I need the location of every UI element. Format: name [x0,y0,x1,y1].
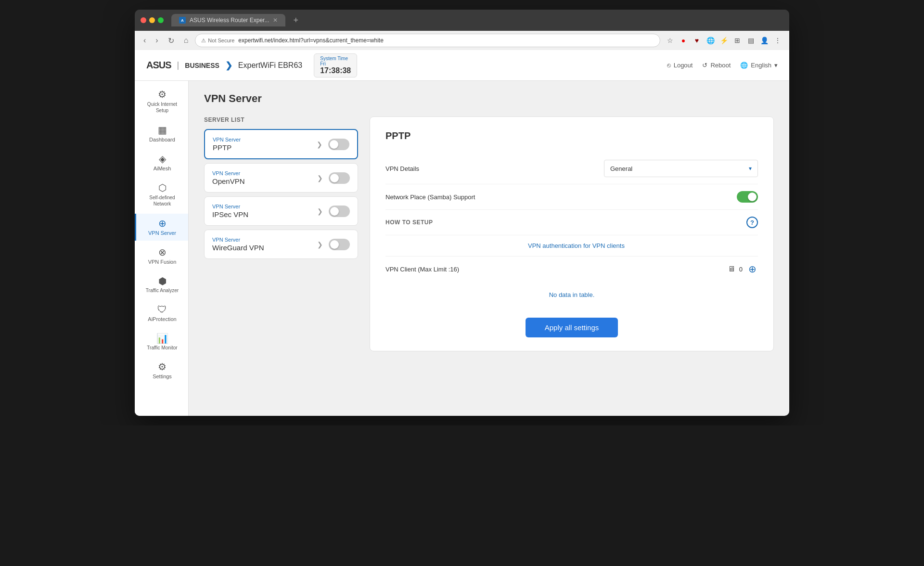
ipsec-name: IPSec VPN [212,210,313,219]
network-place-label: Network Place (Samba) Support [385,193,520,201]
sidebar-label-traffic-analyzer: Traffic Analyzer [146,288,179,293]
reboot-button[interactable]: ↺ Reboot [702,62,731,69]
sidebar-label-aimesh: AiMesh [154,166,171,171]
openvpn-toggle-slider [329,172,350,184]
server-card-pptp[interactable]: VPN Server PPTP ❯ [204,129,358,159]
tab-close-btn[interactable]: ✕ [273,17,278,24]
monitor-icon: 🖥 [728,265,735,273]
tab-title: ASUS Wireless Router Exper... [190,17,269,24]
sidebar-item-vpn-fusion[interactable]: ⊗ VPN Fusion [135,243,188,270]
vpn-details-value: General [610,165,632,172]
pptp-toggle-slider [328,139,349,150]
sidebar-item-traffic-monitor[interactable]: 📊 Traffic Monitor [135,329,188,355]
refresh-button[interactable]: ↻ [165,34,177,47]
tab-favicon: A [179,17,186,24]
server-card-wireguard[interactable]: VPN Server WireGuard VPN ❯ [204,230,358,259]
home-button[interactable]: ⌂ [181,34,192,47]
sidebar-item-quick-internet[interactable]: ⚙ Quick Internet Setup [135,85,188,118]
app-header: ASUS | BUSINESS ❯ ExpertWiFi EBR63 Syste… [135,50,789,81]
server-list-title: SERVER LIST [204,116,358,123]
logo-area: ASUS | BUSINESS ❯ ExpertWiFi EBR63 [146,60,302,71]
pptp-arrow-icon: ❯ [317,141,322,148]
time-day: Fri [320,61,351,66]
extension-icon-5[interactable]: ⊞ [732,35,743,46]
ipsec-toggle-slider [329,206,350,217]
sidebar-item-dashboard[interactable]: ▦ Dashboard [135,120,188,147]
sidebar-item-aiprotection[interactable]: 🛡 AiProtection [135,300,188,327]
vpn-client-label: VPN Client (Max Limit :16) [385,266,520,273]
browser-toolbar: ‹ › ↻ ⌂ ⚠ Not Secure expertwifi.net/inde… [135,31,789,50]
main-content: ⚙ Quick Internet Setup ▦ Dashboard ◈ AiM… [135,81,789,416]
dashboard-icon: ▦ [158,125,167,135]
security-indicator: ⚠ Not Secure [201,38,234,44]
traffic-analyzer-icon: ⬢ [158,276,167,286]
network-place-control [528,191,758,203]
extension-icon-4[interactable]: ⚡ [718,35,730,46]
self-defined-icon: ⬡ [158,183,167,193]
how-to-setup-help-icon[interactable]: ? [746,217,758,228]
extension-icon-3[interactable]: 🌐 [705,35,716,46]
sidebar-toggle[interactable]: ▤ [745,35,757,46]
page-title: VPN Server [204,92,774,105]
network-place-row: Network Place (Samba) Support [385,184,758,210]
sidebar-item-settings[interactable]: ⚙ Settings [135,357,188,384]
language-selector[interactable]: 🌐 English ▾ [740,62,778,69]
vpn-client-row: VPN Client (Max Limit :16) 🖥 0 ⊕ [385,257,758,282]
logout-button[interactable]: ⎋ Logout [667,62,693,69]
server-card-openvpn[interactable]: VPN Server OpenVPN ❯ [204,163,358,193]
ipsec-toggle[interactable] [329,206,350,217]
how-to-setup-row: HOW TO SETUP ? [385,210,758,235]
more-options[interactable]: ⋮ [772,35,783,46]
address-bar[interactable]: ⚠ Not Secure expertwifi.net/index.html?u… [195,34,660,47]
openvpn-toggle[interactable] [329,172,350,184]
sidebar-item-traffic-analyzer[interactable]: ⬢ Traffic Analyzer [135,271,188,298]
business-text: BUSINESS [185,62,219,69]
network-place-toggle-slider [737,191,758,203]
forward-button[interactable]: › [153,34,161,47]
wireguard-name: WireGuard VPN [212,244,313,252]
browser-titlebar: A ASUS Wireless Router Exper... ✕ + [135,10,789,31]
server-card-info-ipsec: VPN Server IPSec VPN [212,204,313,219]
vpn-auth-link[interactable]: VPN authentication for VPN clients [528,242,625,249]
bookmark-icon[interactable]: ☆ [664,35,676,46]
vpn-details-dropdown[interactable]: General ▾ [604,160,758,177]
close-dot[interactable] [141,17,146,23]
add-vpn-client-button[interactable]: ⊕ [746,263,758,275]
sidebar-item-vpn-server[interactable]: ⊕ VPN Server [135,214,188,241]
pptp-name: PPTP [213,143,313,152]
new-tab-button[interactable]: + [289,15,302,26]
sidebar-label-vpn-server: VPN Server [148,230,176,236]
pptp-type: VPN Server [213,137,313,142]
vpn-client-controls: 🖥 0 ⊕ [528,263,758,275]
profile-icon[interactable]: 👤 [758,35,770,46]
vpn-auth-control: VPN authentication for VPN clients [528,242,758,249]
server-card-ipsec[interactable]: VPN Server IPSec VPN ❯ [204,196,358,226]
network-place-toggle[interactable] [737,191,758,203]
chevron-right-icon: ❯ [225,60,232,71]
vpn-auth-row: VPN authentication for VPN clients [385,235,758,257]
extension-icon-2[interactable]: ♥ [691,35,703,46]
no-data-message: No data in table. [385,282,758,308]
wireguard-toggle[interactable] [329,239,350,250]
sidebar-label-vpn-fusion: VPN Fusion [148,259,177,265]
minimize-dot[interactable] [149,17,155,23]
quick-internet-icon: ⚙ [158,90,167,99]
asus-logo: ASUS [146,60,171,71]
page-content: VPN Server SERVER LIST VPN Server PPTP [189,81,789,416]
globe-icon: 🌐 [740,62,748,69]
apply-settings-button[interactable]: Apply all settings [526,318,618,337]
maximize-dot[interactable] [158,17,164,23]
sidebar-item-self-defined[interactable]: ⬡ Self-defined Network [135,178,188,212]
wireguard-type: VPN Server [212,237,313,243]
browser-tab[interactable]: A ASUS Wireless Router Exper... ✕ [171,14,285,26]
server-card-info-openvpn: VPN Server OpenVPN [212,170,313,185]
url-text: expertwifi.net/index.html?url=vpns&curre… [238,37,384,44]
back-button[interactable]: ‹ [141,34,149,47]
sidebar-item-aimesh[interactable]: ◈ AiMesh [135,149,188,176]
detail-title: PPTP [385,130,758,142]
pptp-toggle[interactable] [328,139,349,150]
vpn-details-label: VPN Details [385,165,520,172]
reboot-icon: ↺ [702,62,707,69]
extension-icon-1[interactable]: ● [678,35,689,46]
ipsec-type: VPN Server [212,204,313,209]
